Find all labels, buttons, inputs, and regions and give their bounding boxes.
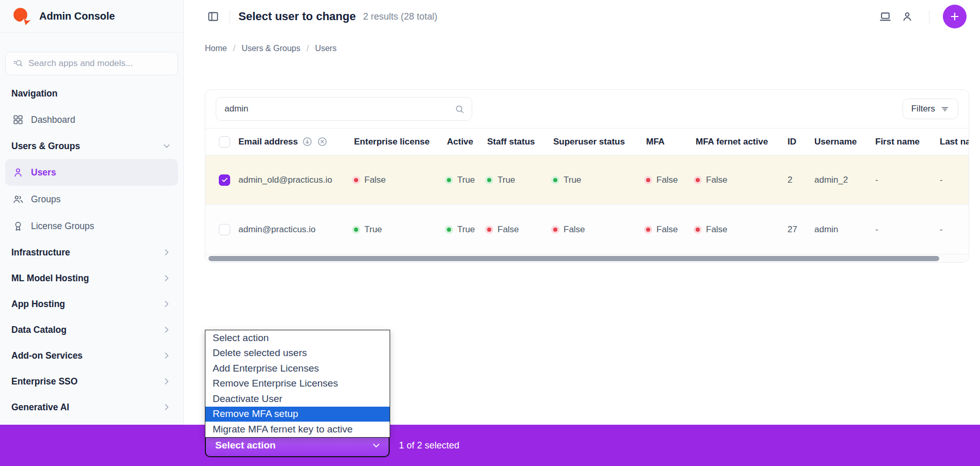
sidebar-section-label: Generative AI [11, 402, 69, 413]
chevron-right-icon [162, 350, 172, 361]
filters-button[interactable]: Filters [903, 99, 958, 119]
action-option-select-action[interactable]: Select action [205, 330, 390, 346]
column-header-mfa-fernet-active[interactable]: MFA fernet active [696, 137, 788, 147]
table-row[interactable]: admin@practicus.ioTrueTrueFalseFalseFals… [205, 204, 969, 254]
column-header-active[interactable]: Active [447, 137, 487, 147]
status-text: False [706, 175, 728, 185]
cell-superuser-status: True [553, 174, 646, 185]
column-header-superuser-status[interactable]: Superuser status [553, 137, 646, 147]
sidebar-nav: NavigationDashboardUsers & GroupsUsersGr… [0, 81, 183, 420]
sort-descending-icon [302, 136, 313, 147]
sidebar-section-data-catalog[interactable]: Data Catalog [0, 317, 183, 343]
sidebar-section-app-hosting[interactable]: App Hosting [0, 291, 183, 317]
sidebar-section-infrastructure[interactable]: Infrastructure [0, 239, 183, 265]
sidebar-search-input[interactable] [28, 58, 170, 69]
cell-staff-status: False [487, 224, 553, 235]
cell-enterprise-license: True [354, 224, 447, 235]
cell-username: admin_2 [814, 175, 875, 185]
add-button[interactable] [943, 5, 967, 28]
cell-id: 27 [788, 224, 814, 235]
chevron-right-icon [162, 402, 172, 412]
select-all-checkbox[interactable] [219, 136, 230, 148]
chevron-right-icon [162, 273, 172, 283]
status-dot-red [487, 228, 491, 232]
sidebar-section-ml-model-hosting[interactable]: ML Model Hosting [0, 265, 183, 291]
environments-icon[interactable] [877, 8, 894, 25]
sidebar-item-license-groups[interactable]: License Groups [5, 213, 178, 239]
sidebar-toggle-icon[interactable] [205, 8, 221, 25]
sidebar-search[interactable] [5, 52, 178, 75]
cell-superuser-status: False [553, 224, 646, 235]
column-header-label: Staff status [487, 137, 535, 147]
action-option-deactivate-user[interactable]: Deactivate User [205, 391, 390, 407]
breadcrumb-link[interactable]: Users & Groups [242, 44, 300, 53]
dashboard-icon [12, 114, 24, 125]
sidebar-section-label: Infrastructure [11, 247, 70, 258]
clear-sort-icon[interactable] [317, 136, 328, 147]
column-header-first-name[interactable]: First name [875, 137, 940, 147]
account-icon[interactable] [899, 8, 915, 25]
cell-username: admin [814, 224, 875, 235]
action-option-migrate-mfa-fernet-key-to-active[interactable]: Migrate MFA fernet key to active [205, 422, 390, 437]
filter-lines-icon [940, 104, 950, 114]
sidebar-section-users-groups[interactable]: Users & Groups [0, 133, 183, 159]
sidebar-section-label: Enterprise SSO [11, 376, 77, 387]
status-dot-green [447, 178, 451, 182]
table-row[interactable]: admin_old@practicus.ioFalseTrueTrueTrueF… [205, 155, 969, 204]
column-header-enterprise-license[interactable]: Enterprise license [354, 137, 447, 147]
breadcrumb-separator: / [307, 44, 309, 53]
search-icon [454, 104, 465, 115]
status-text: True [457, 224, 475, 235]
sidebar-item-dashboard[interactable]: Dashboard [5, 106, 178, 133]
status-dot-red [354, 178, 358, 182]
sidebar-section-enterprise-sso[interactable]: Enterprise SSO [0, 368, 183, 394]
breadcrumb-link[interactable]: Home [205, 44, 227, 53]
column-header-last-name[interactable]: Last name [940, 137, 969, 147]
sidebar-section-navigation: Navigation [0, 81, 183, 106]
sort-descending-icon[interactable] [302, 136, 313, 147]
status-dot-red [696, 228, 700, 232]
row-checkbox[interactable] [219, 174, 230, 186]
column-header-staff-status[interactable]: Staff status [487, 137, 553, 147]
sidebar-section-generative-ai[interactable]: Generative AI [0, 394, 183, 420]
breadcrumb-link[interactable]: Users [315, 44, 336, 53]
status-dot-green [487, 178, 491, 182]
cell-mfa-fernet-active: False [696, 174, 788, 185]
selection-count: 1 of 2 selected [399, 440, 459, 451]
status-text: False [364, 175, 386, 185]
chevron-down-icon [162, 141, 172, 151]
action-option-remove-enterprise-licenses[interactable]: Remove Enterprise Licenses [205, 376, 390, 392]
sidebar-item-groups[interactable]: Groups [5, 186, 178, 213]
chevron-right-icon [162, 299, 172, 309]
header-divider [230, 10, 230, 23]
action-option-add-enterprise-licenses[interactable]: Add Enterprise Licenses [205, 361, 390, 376]
column-header-label: ID [788, 137, 796, 147]
cell-enterprise-license: False [354, 174, 447, 185]
column-header-email-address[interactable]: Email address [234, 136, 354, 147]
sidebar-section-add-on-services[interactable]: Add-on Services [0, 343, 183, 368]
column-header-id[interactable]: ID [788, 137, 814, 147]
sidebar-section-label: Users & Groups [11, 141, 80, 152]
column-header-mfa[interactable]: MFA [646, 137, 696, 147]
column-header-label: MFA fernet active [696, 137, 768, 147]
results-count: 2 results (28 total) [363, 11, 437, 22]
table-search[interactable] [216, 97, 472, 121]
search-icon [13, 58, 23, 69]
column-header-username[interactable]: Username [814, 137, 875, 147]
horizontal-scrollbar[interactable] [205, 254, 969, 262]
column-header-label: Last name [940, 137, 969, 147]
cell-first-name: - [875, 175, 940, 185]
app-title: Admin Console [39, 10, 115, 22]
row-checkbox[interactable] [219, 224, 230, 235]
column-header-label: Superuser status [553, 137, 625, 147]
horizontal-scrollbar-thumb[interactable] [208, 256, 939, 261]
sidebar-item-users[interactable]: Users [5, 159, 178, 186]
action-option-delete-selected-users[interactable]: Delete selected users [205, 346, 390, 361]
chevron-right-icon [162, 376, 172, 387]
action-option-remove-mfa-setup[interactable]: Remove MFA setup [205, 407, 390, 422]
cell-first-name: - [875, 224, 940, 235]
practicus-logo-icon [11, 6, 32, 27]
breadcrumb: Home/Users & Groups/Users [205, 44, 980, 53]
table-search-input[interactable] [216, 98, 472, 120]
sidebar-section-label: App Hosting [11, 299, 65, 310]
